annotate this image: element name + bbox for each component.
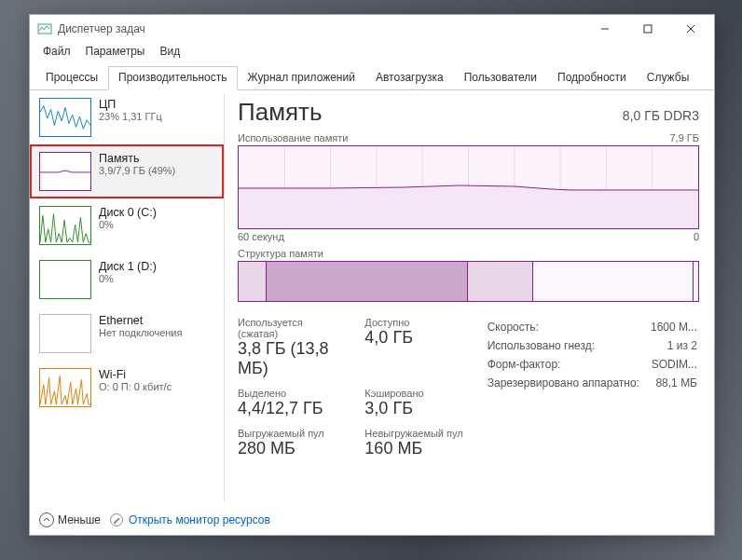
menu-options[interactable]: Параметры — [78, 43, 153, 61]
close-button[interactable] — [669, 15, 712, 43]
tab-processes[interactable]: Процессы — [35, 66, 108, 90]
sidebar-disk0-sub: 0% — [99, 219, 157, 230]
memory-thumbnail-icon — [39, 152, 91, 191]
tab-details[interactable]: Подробности — [547, 66, 637, 90]
fewer-details-button[interactable]: Меньше — [39, 512, 101, 527]
tab-performance[interactable]: Производительность — [108, 66, 237, 90]
tab-apphistory[interactable]: Журнал приложений — [238, 66, 365, 90]
memory-capacity: 8,0 ГБ DDR3 — [623, 108, 699, 123]
form-value: SODIM... — [651, 356, 697, 373]
composition-label: Структура памяти — [238, 248, 323, 259]
tab-startup[interactable]: Автозагрузка — [365, 66, 454, 90]
sidebar-item-wifi[interactable]: Wi-Fi О: 0 П: 0 кбит/с — [30, 361, 224, 415]
perf-sidebar: ЦП 23% 1,31 ГГц Память 3,9/7,9 ГБ (49%) — [30, 90, 224, 505]
sidebar-memory-label: Память — [99, 152, 175, 165]
main-panel: Память 8,0 ГБ DDR3 Использование памяти … — [225, 90, 714, 505]
composition-segment — [267, 262, 469, 301]
committed-label: Выделено — [238, 388, 338, 399]
sidebar-memory-sub: 3,9/7,9 ГБ (49%) — [99, 165, 175, 176]
slots-label: Использовано гнезд: — [488, 337, 649, 354]
sidebar-wifi-sub: О: 0 П: 0 кбит/с — [99, 381, 172, 392]
cached-label: Кэшировано — [364, 388, 462, 399]
titlebar[interactable]: Диспетчер задач — [30, 15, 714, 43]
sidebar-cpu-sub: 23% 1,31 ГГц — [99, 111, 162, 122]
minimize-button[interactable] — [584, 15, 626, 43]
nonpaged-label: Невыгружаемый пул — [364, 428, 462, 439]
fewer-details-label: Меньше — [58, 513, 101, 526]
composition-segment — [239, 262, 267, 301]
usage-label: Использование памяти — [238, 132, 348, 143]
composition-segment — [468, 262, 532, 301]
sidebar-disk1-label: Диск 1 (D:) — [99, 260, 157, 273]
sidebar-disk0-label: Диск 0 (C:) — [99, 206, 157, 219]
main-title: Память — [238, 98, 323, 127]
sidebar-cpu-label: ЦП — [99, 98, 162, 111]
menu-bar: Файл Параметры Вид — [30, 43, 714, 61]
open-resource-monitor-link[interactable]: Открыть монитор ресурсов — [110, 513, 270, 526]
reserved-value: 88,1 МБ — [651, 375, 697, 391]
inuse-value: 3,8 ГБ (13,8 МБ) — [238, 339, 338, 378]
committed-value: 4,4/12,7 ГБ — [238, 399, 338, 418]
resmon-label: Открыть монитор ресурсов — [129, 513, 270, 526]
disk0-thumbnail-icon — [39, 206, 91, 245]
app-icon — [37, 21, 52, 36]
axis-right: 0 — [694, 231, 699, 242]
menu-view[interactable]: Вид — [152, 43, 187, 61]
speed-value: 1600 М... — [651, 319, 697, 335]
usage-max: 7,9 ГБ — [669, 132, 699, 143]
tab-services[interactable]: Службы — [637, 66, 699, 90]
form-label: Форм-фактор: — [488, 356, 649, 373]
svg-rect-2 — [644, 25, 652, 33]
cpu-thumbnail-icon — [39, 98, 91, 137]
paged-value: 280 МБ — [238, 439, 338, 458]
sidebar-item-cpu[interactable]: ЦП 23% 1,31 ГГц — [30, 90, 224, 144]
available-value: 4,0 ГБ — [364, 328, 462, 348]
footer-bar: Меньше Открыть монитор ресурсов — [30, 505, 714, 535]
wifi-thumbnail-icon — [39, 368, 91, 407]
task-manager-window: Диспетчер задач Файл Параметры Вид Проце… — [29, 14, 715, 536]
memory-details-table: Скорость:1600 М... Использовано гнезд:1 … — [486, 317, 699, 458]
reserved-label: Зарезервировано аппаратно: — [488, 375, 649, 391]
cached-value: 3,0 ГБ — [364, 399, 462, 418]
inuse-label: Используется (сжатая) — [238, 317, 338, 339]
sidebar-item-ethernet[interactable]: Ethernet Нет подключения — [30, 307, 224, 361]
ethernet-thumbnail-icon — [39, 314, 91, 353]
disk1-thumbnail-icon — [39, 260, 91, 299]
tab-users[interactable]: Пользователи — [454, 66, 547, 90]
sidebar-wifi-label: Wi-Fi — [99, 368, 172, 381]
speed-label: Скорость: — [488, 319, 649, 335]
axis-left: 60 секунд — [238, 231, 284, 242]
memory-usage-chart[interactable] — [238, 145, 699, 229]
tab-bar: Процессы Производительность Журнал прило… — [30, 61, 714, 90]
composition-segment — [533, 262, 694, 301]
sidebar-disk1-sub: 0% — [99, 273, 157, 284]
window-title: Диспетчер задач — [58, 22, 584, 35]
chevron-up-icon — [39, 512, 54, 527]
paged-label: Выгружаемый пул — [238, 428, 338, 439]
sidebar-item-memory[interactable]: Память 3,9/7,9 ГБ (49%) — [30, 144, 224, 198]
sidebar-item-disk0[interactable]: Диск 0 (C:) 0% — [30, 198, 224, 253]
composition-segment — [694, 262, 698, 301]
sidebar-ethernet-label: Ethernet — [99, 314, 182, 327]
menu-file[interactable]: Файл — [35, 43, 78, 61]
nonpaged-value: 160 МБ — [364, 439, 462, 458]
memory-composition-chart[interactable] — [238, 261, 699, 302]
available-label: Доступно — [364, 317, 462, 328]
sidebar-item-disk1[interactable]: Диск 1 (D:) 0% — [30, 253, 224, 307]
slots-value: 1 из 2 — [651, 337, 697, 354]
sidebar-ethernet-sub: Нет подключения — [99, 327, 182, 338]
resource-monitor-icon — [110, 513, 123, 526]
maximize-button[interactable] — [626, 15, 669, 43]
